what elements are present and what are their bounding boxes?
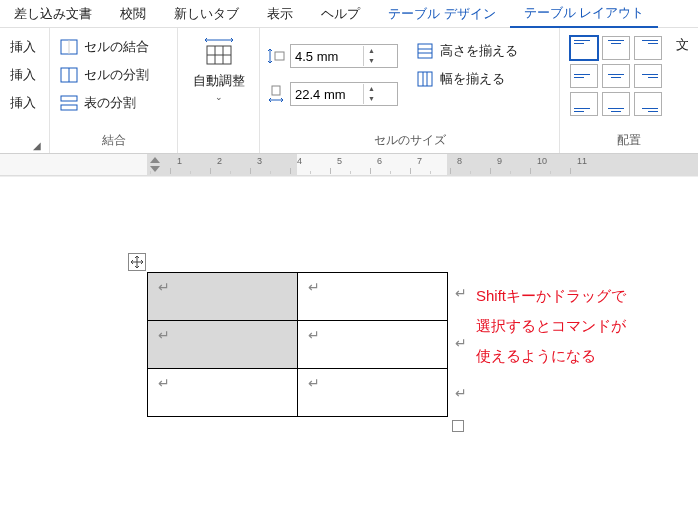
table-resize-handle[interactable] [452,420,464,432]
menubar: 差し込み文書 校閲 新しいタブ 表示 ヘルプ テーブル デザイン テーブル レイ… [0,0,698,28]
annotation-text: Shiftキーかドラッグで 選択するとコマンドが 使えるようになる [476,281,626,371]
size-group-label: セルのサイズ [266,130,553,153]
distribute-rows-icon [416,42,434,60]
svg-rect-13 [418,44,432,58]
col-width-input[interactable]: ▲▼ [290,82,398,106]
align-mid-right[interactable] [634,64,662,88]
autofit-icon [203,36,235,68]
table-row[interactable]: ↵ ↵ [148,369,448,417]
table-cell[interactable]: ↵ [298,273,448,321]
align-top-right[interactable] [634,36,662,60]
distribute-rows-button[interactable]: 高さを揃える [412,40,522,62]
table-row[interactable]: ↵ ↵ [148,321,448,369]
merge-cells-icon [60,38,78,56]
paragraph-mark-icon: ↵ [308,375,320,391]
col-width-icon [266,84,286,104]
insert-row-above[interactable]: 挿入 [6,36,40,58]
paragraph-mark-icon: ↵ [158,279,170,295]
row-end-mark-icon: ↵ [455,385,467,401]
document-area[interactable]: ↵ ↵ ↵ ↵ ↵ ↵ ↵ ↵ ↵ Shiftキーかドラッグで 選択するとコマン… [0,176,698,512]
table-row[interactable]: ↵ ↵ [148,273,448,321]
paragraph-mark-icon: ↵ [158,327,170,343]
table-cell[interactable]: ↵ [148,369,298,417]
ribbon: 挿入 挿入 挿入 ◢ セルの結合 セルの分割 表の分割 結合 [0,28,698,154]
col-width-field[interactable] [291,87,363,102]
distribute-cols-icon [416,70,434,88]
split-table-button[interactable]: 表の分割 [56,92,153,114]
move-icon [131,256,143,268]
alignment-grid [566,32,666,120]
align-mid-left[interactable] [570,64,598,88]
table-cell[interactable]: ↵ [298,369,448,417]
split-cells-icon [60,66,78,84]
table-cell[interactable]: ↵ [298,321,448,369]
align-top-center[interactable] [602,36,630,60]
table-move-handle[interactable] [128,253,146,271]
merge-cells-button[interactable]: セルの結合 [56,36,153,58]
menu-table-design[interactable]: テーブル デザイン [374,1,510,27]
table-cell[interactable]: ↵ [148,321,298,369]
split-table-icon [60,94,78,112]
row-height-icon [266,46,286,66]
insert-dialog-launcher[interactable]: ◢ [33,140,41,151]
merge-group-label: 結合 [56,130,171,153]
distribute-cols-button[interactable]: 幅を揃える [412,68,522,90]
horizontal-ruler[interactable]: 1 2 3 4 5 6 7 8 9 10 11 [0,154,698,176]
document-table[interactable]: ↵ ↵ ↵ ↵ ↵ ↵ [147,272,448,417]
svg-rect-12 [272,86,280,95]
insert-row-below[interactable]: 挿入 [6,64,40,86]
row-height-input[interactable]: ▲▼ [290,44,398,68]
svg-rect-11 [275,52,284,60]
dropdown-arrow-icon: ⌄ [215,92,223,102]
menu-newtab[interactable]: 新しいタブ [160,1,253,27]
menu-table-layout[interactable]: テーブル レイアウト [510,0,659,28]
svg-rect-16 [418,72,432,86]
spin-down[interactable]: ▼ [364,94,379,104]
menu-help[interactable]: ヘルプ [307,1,374,27]
menu-mailings[interactable]: 差し込み文書 [0,1,106,27]
paragraph-mark-icon: ↵ [308,279,320,295]
svg-rect-5 [61,105,77,110]
align-group-label: 配置 [566,130,692,153]
spin-down[interactable]: ▼ [364,56,379,66]
row-end-mark-icon: ↵ [455,335,467,351]
text-direction-button[interactable]: 文 [676,36,689,54]
menu-view[interactable]: 表示 [253,1,307,27]
svg-rect-4 [61,96,77,101]
table-cell[interactable]: ↵ [148,273,298,321]
paragraph-mark-icon: ↵ [308,327,320,343]
spin-up[interactable]: ▲ [364,84,379,94]
align-mid-center[interactable] [602,64,630,88]
paragraph-mark-icon: ↵ [158,375,170,391]
row-height-field[interactable] [291,49,363,64]
spin-up[interactable]: ▲ [364,46,379,56]
menu-review[interactable]: 校閲 [106,1,160,27]
split-cells-button[interactable]: セルの分割 [56,64,153,86]
align-top-left[interactable] [570,36,598,60]
autofit-button[interactable]: 自動調整 ⌄ [187,32,251,102]
align-bot-center[interactable] [602,92,630,116]
insert-column[interactable]: 挿入 [6,92,40,114]
align-bot-right[interactable] [634,92,662,116]
row-end-mark-icon: ↵ [455,285,467,301]
align-bot-left[interactable] [570,92,598,116]
